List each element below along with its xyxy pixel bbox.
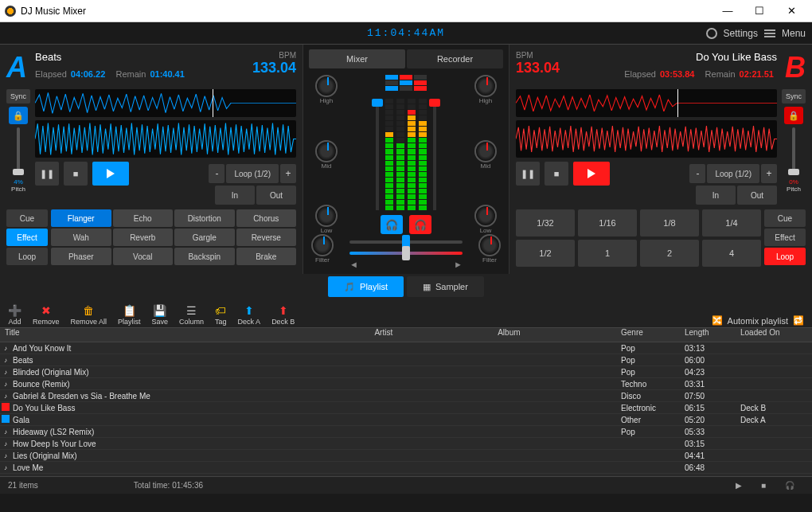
eq-low-b[interactable]	[474, 205, 497, 227]
deck-a-overview-waveform[interactable]	[35, 89, 296, 117]
playlist-row[interactable]: ♪Love Me06:48	[0, 462, 812, 474]
toolbar-remove-all[interactable]: 🗑Remove All	[71, 304, 107, 326]
crossfader[interactable]	[349, 240, 463, 244]
minimize-button[interactable]: —	[712, 5, 744, 17]
repeat-icon[interactable]: 🔁	[793, 315, 804, 326]
deck-b-loop-minus[interactable]: -	[689, 164, 705, 183]
deck-b-pitch-slider[interactable]	[792, 127, 795, 175]
deck-b-loop-1-32[interactable]: 1/32	[516, 209, 575, 236]
deck-b-loop-1-16[interactable]: 1/16	[578, 209, 637, 236]
deck-b-stop-button[interactable]: ■	[545, 162, 568, 186]
deck-a-lock-button[interactable]: 🔒	[9, 107, 28, 124]
deck-a-fx-wah[interactable]: Wah	[51, 229, 111, 246]
deck-b-overview-waveform[interactable]	[516, 89, 777, 117]
deck-a-fx-chorus[interactable]: Chorus	[236, 209, 297, 227]
deck-b-loop-4[interactable]: 4	[702, 240, 761, 267]
headphone-cue-b[interactable]: 🎧	[409, 215, 431, 234]
tab-recorder[interactable]: Recorder	[407, 49, 503, 68]
deck-b-side-effect[interactable]: Effect	[764, 229, 806, 246]
playlist-row[interactable]: ♪Hideaway (LS2 Remix)Pop05:33	[0, 426, 812, 438]
maximize-button[interactable]: ☐	[744, 5, 775, 17]
deck-b-side-loop[interactable]: Loop	[764, 248, 806, 265]
deck-b-lock-button[interactable]: 🔒	[784, 107, 803, 124]
deck-a-stop-button[interactable]: ■	[64, 162, 88, 186]
playlist-row[interactable]: ♪BeatsPop06:00	[0, 354, 812, 366]
deck-a-volume-slider[interactable]	[376, 99, 379, 210]
deck-b-loop-2[interactable]: 2	[640, 240, 699, 267]
deck-b-play-button[interactable]	[573, 162, 610, 186]
deck-a-fx-backspin[interactable]: Backspin	[174, 248, 235, 265]
status-headphone-icon[interactable]: 🎧	[785, 481, 794, 490]
shuffle-icon[interactable]: 🔀	[712, 315, 723, 326]
deck-a-loop-out[interactable]: Out	[256, 186, 296, 205]
playlist-row[interactable]: Do You Like BassElectronic06:15Deck B	[0, 402, 812, 414]
deck-a-play-button[interactable]	[92, 162, 129, 186]
deck-a-fx-echo[interactable]: Echo	[113, 209, 174, 227]
automix-button[interactable]: Automix playlist	[728, 316, 788, 326]
eq-low-a[interactable]	[315, 205, 338, 227]
deck-a-sync-button[interactable]: Sync	[6, 89, 30, 104]
filter-knob-a[interactable]	[311, 234, 334, 256]
tab-mixer[interactable]: Mixer	[309, 49, 405, 68]
playlist-row[interactable]: ♪Gabriel & Dresden vs Sia - Breathe MeDi…	[0, 390, 812, 402]
deck-a-loop-plus[interactable]: +	[280, 164, 296, 183]
deck-b-volume-slider[interactable]	[433, 99, 436, 210]
deck-b-pause-button[interactable]: ❚❚	[516, 162, 540, 186]
playlist-row[interactable]: ♪Bounce (Remix)Techno03:31	[0, 378, 812, 390]
deck-a-loop-in[interactable]: In	[215, 186, 255, 205]
deck-b-loop-1-2[interactable]: 1/2	[516, 240, 575, 267]
deck-a-side-loop[interactable]: Loop	[6, 248, 48, 265]
hamburger-icon[interactable]	[764, 28, 775, 39]
tab-playlist[interactable]: 🎵Playlist	[328, 276, 404, 297]
deck-b-loop-1[interactable]: 1	[578, 240, 637, 267]
deck-a-pause-button[interactable]: ❚❚	[35, 162, 59, 186]
playlist-row[interactable]: ♪Lies (Original Mix)04:41	[0, 450, 812, 462]
playlist-row[interactable]: ♪How Deep Is Your Love03:15	[0, 438, 812, 450]
close-button[interactable]: ✕	[775, 5, 807, 17]
toolbar-tag[interactable]: 🏷Tag	[215, 304, 227, 326]
toolbar-column[interactable]: ☰Column	[179, 304, 204, 326]
headphone-cue-a[interactable]: 🎧	[381, 215, 403, 234]
eq-mid-b[interactable]	[474, 140, 497, 162]
deck-a-fx-phaser[interactable]: Phaser	[51, 248, 111, 265]
toolbar-save[interactable]: 💾Save	[152, 304, 169, 326]
status-stop-icon[interactable]: ■	[761, 481, 766, 490]
toolbar-add[interactable]: ➕Add	[8, 304, 21, 326]
deck-b-loop-plus[interactable]: +	[761, 164, 777, 183]
deck-b-sync-button[interactable]: Sync	[782, 89, 806, 104]
deck-a-fx-distortion[interactable]: Distortion	[174, 209, 235, 227]
status-play-icon[interactable]: ▶	[736, 481, 742, 490]
deck-a-fx-vocal[interactable]: Vocal	[113, 248, 174, 265]
deck-a-loop-display[interactable]: Loop (1/2)	[226, 164, 279, 183]
settings-button[interactable]: Settings	[724, 28, 758, 39]
playlist-row[interactable]: ♪And You Know ItPop03:13	[0, 342, 812, 354]
toolbar-deck-b[interactable]: ⬆Deck B	[271, 304, 295, 326]
toolbar-remove[interactable]: ✖Remove	[33, 304, 60, 326]
gear-icon[interactable]	[706, 28, 717, 39]
eq-high-b[interactable]	[474, 75, 497, 97]
arrow-left-icon[interactable]: ◄	[349, 260, 358, 269]
deck-b-detail-waveform[interactable]	[516, 120, 777, 158]
deck-b-loop-1-4[interactable]: 1/4	[702, 209, 761, 236]
deck-a-loop-minus[interactable]: -	[209, 164, 224, 183]
deck-b-loop-1-8[interactable]: 1/8	[640, 209, 699, 236]
toolbar-deck-a[interactable]: ⬆Deck A	[238, 304, 261, 326]
crossfader-cue[interactable]	[349, 252, 463, 255]
deck-b-loop-out[interactable]: Out	[737, 186, 777, 205]
eq-mid-a[interactable]	[315, 140, 338, 162]
deck-b-loop-display[interactable]: Loop (1/2)	[707, 164, 759, 183]
deck-a-detail-waveform[interactable]	[35, 120, 296, 158]
arrow-right-icon[interactable]: ►	[454, 260, 463, 269]
deck-a-fx-brake[interactable]: Brake	[236, 248, 297, 265]
playlist-row[interactable]: GalaOther05:20Deck A	[0, 414, 812, 426]
deck-a-fx-flanger[interactable]: Flanger	[51, 209, 111, 227]
playlist-row[interactable]: ♪Blinded (Original Mix)Pop04:23	[0, 366, 812, 378]
deck-a-fx-reverb[interactable]: Reverb	[113, 229, 174, 246]
deck-a-side-cue[interactable]: Cue	[6, 209, 48, 227]
toolbar-playlist[interactable]: 📋Playlist	[118, 304, 141, 326]
deck-b-side-cue[interactable]: Cue	[764, 209, 806, 227]
deck-a-fx-reverse[interactable]: Reverse	[236, 229, 297, 246]
deck-a-fx-gargle[interactable]: Gargle	[174, 229, 235, 246]
deck-a-pitch-slider[interactable]	[17, 127, 20, 175]
eq-high-a[interactable]	[315, 75, 338, 97]
